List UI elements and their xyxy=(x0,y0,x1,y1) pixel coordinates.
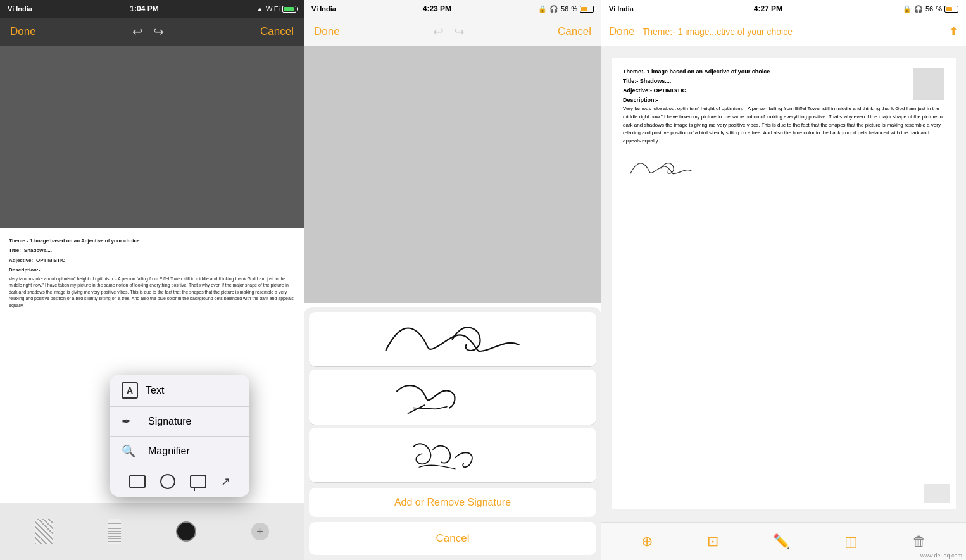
signature-option-1[interactable] xyxy=(309,312,596,367)
doc-title-3: Title:- Shadows.... xyxy=(623,78,944,84)
panel-2: Vi India 4:23 PM 🔒 🎧 56% Done ↩ ↪ Cancel… xyxy=(304,0,601,560)
headphone-icon-3: 🎧 xyxy=(914,5,923,13)
battery-area-1: ▲ WiFi xyxy=(256,5,296,13)
doc-desc-1: Very famous joke about optimism" height … xyxy=(9,276,295,309)
popup-magnifier-label: Magnifier xyxy=(148,445,190,457)
doc-title-1: Title:- Shadows.... xyxy=(9,247,295,254)
signature-svg-1 xyxy=(337,317,567,361)
signature-icon: ✒ xyxy=(122,414,141,428)
color-picker[interactable] xyxy=(176,521,196,542)
undo-icon-2[interactable]: ↩ xyxy=(433,24,444,39)
popup-signature-item[interactable]: ✒ Signature xyxy=(110,407,249,437)
panel-1: Vi India 1:04 PM ▲ WiFi Done ↩ ↪ Cancel … xyxy=(0,0,304,560)
doc-desc-label-3: Description:- xyxy=(623,97,944,103)
battery-pct-2: 56 xyxy=(561,5,568,13)
time-3: 4:27 PM xyxy=(754,4,782,13)
time-1: 1:04 PM xyxy=(130,4,158,13)
signature-option-2[interactable] xyxy=(309,370,596,425)
plus-icon: + xyxy=(251,523,269,540)
popup-menu-1: A Text ✒ Signature 🔍 Magnifier ↗ xyxy=(110,375,249,497)
panel-3: Vi India 4:27 PM 🔒 🎧 56% Done Theme:- 1 … xyxy=(601,0,966,560)
lock-icon-2: 🔒 xyxy=(538,5,547,13)
toolbar-1: Done ↩ ↪ Cancel xyxy=(0,18,304,46)
markup-icon-3[interactable]: ✏️ xyxy=(773,533,790,550)
doc-image-3 xyxy=(913,68,944,100)
battery-icon-2 xyxy=(580,6,594,13)
signature-picker: Add or Remove Signature Cancel xyxy=(304,307,601,560)
magnifier-icon: 🔍 xyxy=(122,444,141,458)
battery-icon-1 xyxy=(282,6,296,13)
cancel-button-1[interactable]: Cancel xyxy=(260,25,294,38)
arrow-tool[interactable]: ↗ xyxy=(221,475,230,488)
bottom-toolbar-1: + xyxy=(0,503,304,560)
add-circle-icon-3[interactable]: ⊕ xyxy=(641,533,653,550)
cancel-button-sig-picker[interactable]: Cancel xyxy=(309,522,596,555)
battery-icon-3 xyxy=(944,6,958,13)
toolbar-2: Done ↩ ↪ Cancel xyxy=(304,18,601,46)
bottom-toolbar-3: ⊕ ⊡ ✏️ ◫ 🗑 xyxy=(601,522,966,560)
doc-paper-3: Theme:- 1 image based on an Adjective of… xyxy=(612,58,956,509)
battery-area-2: 🔒 🎧 56% xyxy=(538,5,594,13)
inserted-signature-svg xyxy=(623,156,699,181)
doc-signature-inserted xyxy=(623,156,944,181)
toolbar-icons-1: ↩ ↪ xyxy=(132,24,164,39)
status-bar-3: Vi India 4:27 PM 🔒 🎧 56% xyxy=(601,0,966,18)
carrier-1: Vi India xyxy=(8,5,32,13)
speech-bubble-tool[interactable] xyxy=(190,475,206,488)
lock-icon-3: 🔒 xyxy=(903,5,912,13)
doc-area-2: Theme:- 1 image based on an Adjective of… xyxy=(304,46,601,560)
done-button-2[interactable]: Done xyxy=(314,25,340,38)
signal-icon-1: ▲ xyxy=(256,5,263,13)
doc-adjective-3: Adjective:- OPTIMISTIC xyxy=(623,87,944,94)
doc-area-3: Theme:- 1 image based on an Adjective of… xyxy=(601,46,966,522)
status-bar-2: Vi India 4:23 PM 🔒 🎧 56% xyxy=(304,0,601,18)
popup-text-label: Text xyxy=(146,385,164,396)
wifi-icon-1: WiFi xyxy=(266,5,280,13)
cancel-button-2[interactable]: Cancel xyxy=(558,25,591,38)
circle-tool[interactable] xyxy=(160,474,175,489)
pen-hatched-tool[interactable] xyxy=(35,519,53,544)
signature-svg-2 xyxy=(337,375,567,419)
doc-title-toolbar-3: Theme:- 1 image...ctive of your choice xyxy=(643,27,944,37)
doc-desc-3: Very famous joke about optimism" height … xyxy=(623,105,944,146)
doc-desc-label-1: Description:- xyxy=(9,266,295,273)
headphone-icon-2: 🎧 xyxy=(549,5,558,13)
carrier-3: Vi India xyxy=(609,5,634,13)
watermark: www.deuaq.com xyxy=(920,552,962,559)
rectangle-tool[interactable] xyxy=(129,475,146,488)
share2-icon-3[interactable]: ◫ xyxy=(844,533,858,550)
redo-icon-2[interactable]: ↪ xyxy=(454,24,465,39)
doc-adjective-1: Adjective:- OPTIMISTIC xyxy=(9,257,295,264)
toolbar-icons-2: ↩ ↪ xyxy=(433,24,465,39)
doc-thumbnail-3 xyxy=(924,484,950,503)
trash-icon-3[interactable]: 🗑 xyxy=(912,533,926,550)
doc-text-1: Theme:- 1 image based on an Adjective of… xyxy=(9,237,295,309)
status-bar-1: Vi India 1:04 PM ▲ WiFi xyxy=(0,0,304,18)
add-remove-signature-button[interactable]: Add or Remove Signature xyxy=(309,488,596,517)
toolbar-3: Done Theme:- 1 image...ctive of your cho… xyxy=(601,18,966,46)
popup-text-item[interactable]: A Text xyxy=(110,375,249,407)
signature-option-3[interactable] xyxy=(309,428,596,483)
crop-icon-3[interactable]: ⊡ xyxy=(707,533,718,550)
share-icon-3[interactable]: ⬆ xyxy=(949,25,958,39)
shape-tools-row: ↗ xyxy=(110,466,249,497)
signature-svg-3 xyxy=(337,433,567,477)
text-icon: A xyxy=(122,382,138,399)
doc-theme-3: Theme:- 1 image based on an Adjective of… xyxy=(623,68,944,75)
done-button-1[interactable]: Done xyxy=(10,25,36,38)
done-button-3[interactable]: Done xyxy=(609,25,635,38)
add-tool-button[interactable]: + xyxy=(251,523,269,540)
battery-pct-3: 56 xyxy=(925,5,933,13)
battery-area-3: 🔒 🎧 56% xyxy=(903,5,958,13)
redo-icon-1[interactable]: ↪ xyxy=(153,24,164,39)
popup-magnifier-item[interactable]: 🔍 Magnifier xyxy=(110,437,249,466)
pen-ruler-tool[interactable] xyxy=(108,519,121,544)
popup-signature-label: Signature xyxy=(148,416,192,427)
undo-icon-1[interactable]: ↩ xyxy=(132,24,143,39)
carrier-2: Vi India xyxy=(311,5,336,13)
doc-theme-1: Theme:- 1 image based on an Adjective of… xyxy=(9,237,295,244)
time-2: 4:23 PM xyxy=(423,4,451,13)
